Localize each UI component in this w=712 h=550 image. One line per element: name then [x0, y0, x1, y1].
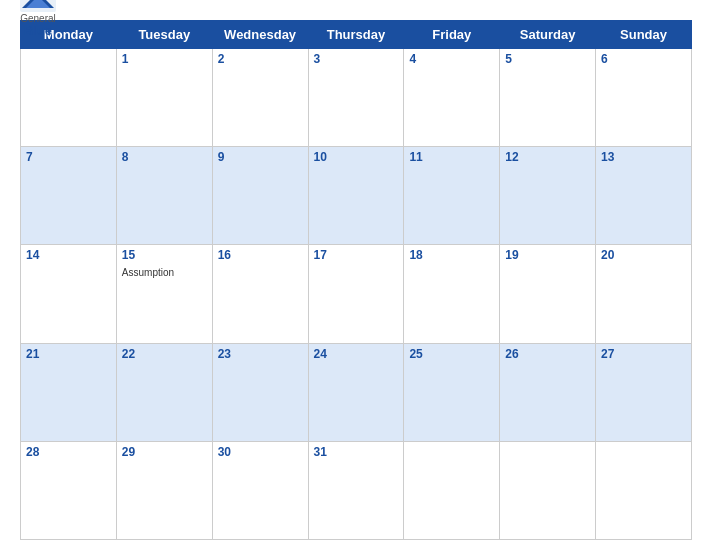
- day-number: 12: [505, 150, 590, 164]
- calendar-day-cell: 24: [308, 343, 404, 441]
- calendar-day-cell: [21, 49, 117, 147]
- calendar-day-cell: 2: [212, 49, 308, 147]
- day-number: 4: [409, 52, 494, 66]
- calendar-day-cell: [404, 441, 500, 539]
- calendar-week-row: 1415Assumption1617181920: [21, 245, 692, 343]
- day-number: 9: [218, 150, 303, 164]
- calendar-day-cell: 16: [212, 245, 308, 343]
- calendar-day-cell: 14: [21, 245, 117, 343]
- calendar-day-cell: [500, 441, 596, 539]
- day-number: 30: [218, 445, 303, 459]
- weekday-header-wednesday: Wednesday: [212, 21, 308, 49]
- day-number: 7: [26, 150, 111, 164]
- weekday-header-row: MondayTuesdayWednesdayThursdayFridaySatu…: [21, 21, 692, 49]
- day-number: 3: [314, 52, 399, 66]
- weekday-header-saturday: Saturday: [500, 21, 596, 49]
- calendar-day-cell: 5: [500, 49, 596, 147]
- day-number: 10: [314, 150, 399, 164]
- calendar-day-cell: 27: [596, 343, 692, 441]
- calendar-day-cell: 11: [404, 147, 500, 245]
- calendar-day-cell: 30: [212, 441, 308, 539]
- calendar-week-row: 78910111213: [21, 147, 692, 245]
- day-number: 22: [122, 347, 207, 361]
- weekday-header-tuesday: Tuesday: [116, 21, 212, 49]
- calendar-day-cell: 31: [308, 441, 404, 539]
- calendar-day-cell: 19: [500, 245, 596, 343]
- day-number: 15: [122, 248, 207, 262]
- calendar-day-cell: 20: [596, 245, 692, 343]
- calendar-day-cell: 9: [212, 147, 308, 245]
- day-number: 2: [218, 52, 303, 66]
- calendar-day-cell: 12: [500, 147, 596, 245]
- calendar-day-cell: 3: [308, 49, 404, 147]
- day-number: 29: [122, 445, 207, 459]
- calendar-day-cell: 10: [308, 147, 404, 245]
- day-number: 21: [26, 347, 111, 361]
- logo-blue-text: Blue: [24, 24, 52, 38]
- calendar-day-cell: 25: [404, 343, 500, 441]
- day-number: 25: [409, 347, 494, 361]
- weekday-header-thursday: Thursday: [308, 21, 404, 49]
- day-number: 23: [218, 347, 303, 361]
- calendar-table: MondayTuesdayWednesdayThursdayFridaySatu…: [20, 20, 692, 540]
- calendar-day-cell: 17: [308, 245, 404, 343]
- weekday-header-sunday: Sunday: [596, 21, 692, 49]
- calendar-day-cell: 13: [596, 147, 692, 245]
- logo: General Blue: [20, 0, 56, 38]
- calendar-week-row: 28293031: [21, 441, 692, 539]
- day-number: 24: [314, 347, 399, 361]
- day-number: 19: [505, 248, 590, 262]
- day-number: 13: [601, 150, 686, 164]
- day-number: 18: [409, 248, 494, 262]
- calendar-week-row: 21222324252627: [21, 343, 692, 441]
- day-number: 5: [505, 52, 590, 66]
- day-number: 14: [26, 248, 111, 262]
- day-number: 16: [218, 248, 303, 262]
- calendar-day-cell: 29: [116, 441, 212, 539]
- calendar-week-row: 123456: [21, 49, 692, 147]
- calendar-day-cell: 26: [500, 343, 596, 441]
- day-number: 6: [601, 52, 686, 66]
- day-number: 17: [314, 248, 399, 262]
- day-number: 31: [314, 445, 399, 459]
- calendar-day-cell: 15Assumption: [116, 245, 212, 343]
- day-number: 1: [122, 52, 207, 66]
- calendar-day-cell: 21: [21, 343, 117, 441]
- weekday-header-friday: Friday: [404, 21, 500, 49]
- calendar-day-cell: 18: [404, 245, 500, 343]
- day-number: 28: [26, 445, 111, 459]
- calendar-day-cell: [596, 441, 692, 539]
- calendar-day-cell: 4: [404, 49, 500, 147]
- holiday-label: Assumption: [122, 267, 174, 278]
- calendar-day-cell: 7: [21, 147, 117, 245]
- calendar-day-cell: 6: [596, 49, 692, 147]
- calendar-day-cell: 8: [116, 147, 212, 245]
- day-number: 8: [122, 150, 207, 164]
- calendar-day-cell: 28: [21, 441, 117, 539]
- calendar-day-cell: 1: [116, 49, 212, 147]
- day-number: 11: [409, 150, 494, 164]
- day-number: 27: [601, 347, 686, 361]
- calendar-day-cell: 23: [212, 343, 308, 441]
- day-number: 26: [505, 347, 590, 361]
- calendar-day-cell: 22: [116, 343, 212, 441]
- day-number: 20: [601, 248, 686, 262]
